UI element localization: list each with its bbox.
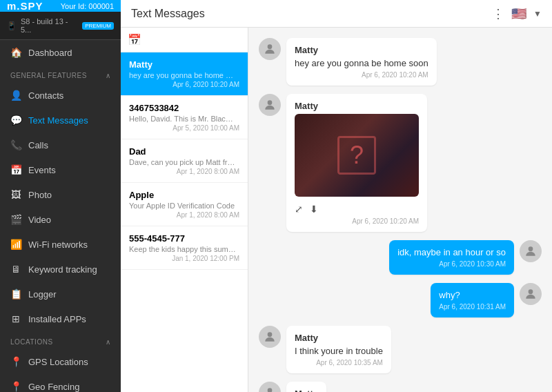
apps-icon: ⊞ (10, 313, 21, 324)
message-time: Apr 6, 2020 10:20 AM (295, 217, 419, 225)
sidebar-item-logger[interactable]: 📋 Logger (0, 282, 121, 306)
svg-point-5 (268, 388, 273, 392)
contacts-icon: 👤 (10, 90, 21, 101)
logger-label: Logger (28, 289, 56, 300)
video-icon: 🎬 (10, 214, 21, 225)
avatar (259, 326, 281, 348)
gps-label: GPS Locations (28, 357, 88, 367)
list-item[interactable]: 3467533842 Hello, David. This is Mr. Bla… (121, 96, 248, 139)
sender-name: 555-4545-777 (129, 233, 239, 244)
list-item[interactable]: Matty hey are you gonna be home soon Apr… (121, 52, 248, 96)
list-item[interactable]: Dad Dave, can you pick up Matt from scho… (121, 139, 248, 183)
main-content: Text Messages ⋮ 🇺🇸 ▼ 📅 Matty hey are you… (121, 0, 552, 392)
installed-apps-label: Installed APPs (28, 314, 86, 324)
avatar (259, 382, 281, 392)
sidebar-item-video[interactable]: 🎬 Video (0, 207, 121, 232)
sidebar-header: m.SPY Your Id: 000001 (0, 0, 121, 12)
message-bubble: Matty (286, 382, 326, 392)
list-item[interactable]: 555-4545-777 Keep the kids happy this su… (121, 226, 248, 270)
avatar (520, 283, 542, 305)
message-bubble-outgoing: idk, maybe in an hour or so Apr 6, 2020 … (389, 240, 514, 275)
locations-label: LOCATIONS (10, 338, 53, 346)
photo-icon: 🖼 (10, 189, 21, 200)
message-time: Apr 6, 2020 10:31 AM (439, 303, 506, 311)
calendar-row[interactable]: 📅 (121, 28, 248, 52)
message-thread: Matty hey are you gonna be home soon Apr… (248, 28, 552, 392)
message-row: Matty (259, 382, 542, 392)
message-text: why? (439, 290, 506, 300)
message-time: Apr 6, 2020 10:20 AM (129, 81, 239, 88)
message-preview: Dave, can you pick up Matt from schoo... (129, 158, 236, 166)
sender-name: Matty (295, 101, 419, 111)
message-bubble-image: Matty ⤢ ⬇ Apr 6, 2020 10:20 AM (286, 94, 427, 232)
device-info[interactable]: 📱 S8 - build 13 - 5... PREMIUM (0, 12, 121, 40)
sidebar-item-dashboard[interactable]: 🏠 Dashboard (0, 40, 121, 65)
expand-icon[interactable]: ⤢ (295, 204, 303, 215)
list-item[interactable]: Apple Your Apple ID Verification Code Ap… (121, 183, 248, 226)
gps-icon: 📍 (10, 356, 21, 367)
more-icon[interactable]: ⋮ (492, 6, 504, 21)
video-label: Video (28, 215, 51, 225)
sender-name: Apple (129, 190, 239, 200)
calls-label: Calls (28, 140, 48, 150)
message-row: Matty ⤢ ⬇ Apr 6, 2020 10:20 AM (259, 94, 542, 232)
sidebar-item-keyword[interactable]: 🖥 Keyword tracking (0, 257, 121, 282)
message-bubble-outgoing: why? Apr 6, 2020 10:31 AM (431, 283, 514, 317)
sidebar-item-contacts[interactable]: 👤 Contacts (0, 83, 121, 108)
dashboard-label: Dashboard (28, 48, 72, 58)
sidebar: m.SPY Your Id: 000001 📱 S8 - build 13 - … (0, 0, 121, 392)
app-logo: m.SPY (7, 0, 43, 12)
message-time: Apr 6, 2020 10:35 AM (295, 359, 383, 366)
message-text: I think youre in trouble (295, 346, 383, 356)
sidebar-item-calls[interactable]: 📞 Calls (0, 133, 121, 157)
message-preview: Your Apple ID Verification Code (129, 202, 236, 210)
sidebar-item-installed-apps[interactable]: ⊞ Installed APPs (0, 306, 121, 331)
svg-point-1 (268, 100, 273, 105)
message-row: Matty hey are you gonna be home soon Apr… (259, 38, 542, 86)
device-name: S8 - build 13 - 5... (21, 17, 78, 34)
sender-name: Matty (295, 45, 428, 55)
message-bubble: Matty I think youre in trouble Apr 6, 20… (286, 326, 391, 373)
message-bubble: Matty hey are you gonna be home soon Apr… (286, 38, 437, 86)
sender-name: 3467533842 (129, 103, 239, 113)
geo-icon: 📍 (10, 381, 21, 392)
home-icon: 🏠 (10, 47, 21, 58)
wifi-icon: 📶 (10, 239, 21, 250)
svg-point-2 (529, 246, 533, 251)
keyword-label: Keyword tracking (28, 264, 97, 275)
svg-point-4 (268, 332, 273, 337)
calendar-icon[interactable]: 📅 (128, 34, 141, 46)
sidebar-item-geo[interactable]: 📍 Geo Fencing (0, 374, 121, 392)
avatar (259, 94, 281, 116)
events-label: Events (28, 165, 56, 175)
events-icon: 📅 (10, 164, 21, 175)
premium-badge: PREMIUM (82, 22, 114, 30)
collapse-icon[interactable]: ∧ (106, 72, 111, 79)
user-id: Your Id: 000001 (61, 2, 114, 10)
collapse-locations-icon[interactable]: ∧ (106, 338, 111, 346)
avatar (520, 240, 542, 262)
sender-name: Matty (295, 333, 383, 343)
sidebar-item-gps[interactable]: 📍 GPS Locations (0, 349, 121, 374)
message-preview: Keep the kids happy this summer with ... (129, 245, 236, 253)
sidebar-item-events[interactable]: 📅 Events (0, 157, 121, 182)
device-icon: 📱 (7, 21, 17, 30)
message-time: Apr 6, 2020 10:30 AM (397, 260, 506, 268)
image-actions: ⤢ ⬇ (295, 201, 419, 217)
chevron-down-icon[interactable]: ▼ (533, 9, 542, 19)
general-features-section: GENERAL FEATURES ∧ (0, 65, 121, 83)
message-time: Apr 1, 2020 8:00 AM (129, 211, 239, 219)
svg-point-0 (268, 44, 273, 49)
sidebar-item-text-messages[interactable]: 💬 Text Messages (0, 108, 121, 133)
logger-icon: 📋 (10, 288, 21, 300)
messages-icon: 💬 (10, 115, 21, 126)
sidebar-item-photo[interactable]: 🖼 Photo (0, 182, 121, 207)
flag-icon[interactable]: 🇺🇸 (511, 6, 526, 21)
message-time: Apr 6, 2020 10:20 AM (295, 71, 428, 79)
page-title: Text Messages (131, 8, 205, 20)
geo-label: Geo Fencing (28, 382, 79, 392)
download-icon[interactable]: ⬇ (310, 204, 318, 215)
message-time: Apr 5, 2020 10:00 AM (129, 124, 239, 132)
message-preview: hey are you gonna be home soon (129, 71, 236, 79)
sidebar-item-wifi[interactable]: 📶 Wi-Fi networks (0, 232, 121, 257)
